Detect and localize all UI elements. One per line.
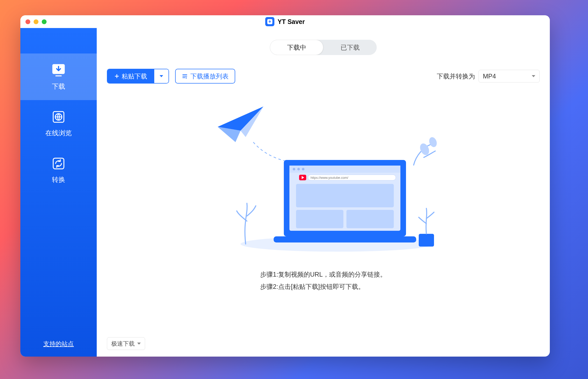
close-window-button[interactable] — [25, 19, 30, 24]
supported-sites-link[interactable]: 支持的站点 — [20, 340, 97, 348]
playlist-icon — [182, 73, 188, 79]
illustration-url: https://www.youtube.com/ — [311, 176, 348, 180]
step1-text: 步骤1:复制视频的URL，或音频的分享链接。 — [260, 268, 386, 281]
svg-point-18 — [302, 168, 304, 170]
speed-select[interactable]: 极速下载 — [107, 337, 145, 350]
convert-icon — [51, 156, 66, 171]
paste-download-button[interactable]: 粘贴下载 — [107, 69, 154, 83]
tab-segment: 下载中 已下载 — [270, 40, 377, 55]
paste-download-dropdown[interactable] — [154, 69, 169, 83]
svg-rect-25 — [274, 236, 416, 242]
plus-icon — [114, 73, 120, 79]
paste-download-label: 粘贴下载 — [122, 72, 147, 80]
sidebar: 下载 在线浏览 — [20, 28, 97, 357]
step2-text: 步骤2:点击[粘贴下载]按钮即可下载。 — [260, 281, 386, 293]
minimize-window-button[interactable] — [34, 19, 38, 24]
empty-state: https://www.youtube.com/ 步骤1:复制视频的URL，或音… — [97, 84, 550, 357]
app-window: YT Saver 下载 — [20, 15, 550, 357]
titlebar: YT Saver — [20, 15, 550, 28]
main-content: 下载中 已下载 粘贴下载 下载播放列表 — [97, 28, 550, 357]
sidebar-item-download[interactable]: 下载 — [20, 53, 97, 100]
tab-downloaded[interactable]: 已下载 — [323, 40, 377, 55]
chevron-down-icon — [532, 75, 535, 77]
maximize-window-button[interactable] — [42, 19, 47, 24]
svg-rect-15 — [289, 166, 400, 173]
toolbar: 粘贴下载 下载播放列表 下载并转换为 MP4 — [97, 58, 550, 84]
globe-icon — [51, 109, 66, 125]
svg-rect-2 — [55, 75, 62, 76]
sidebar-item-browse[interactable]: 在线浏览 — [20, 100, 97, 147]
app-title-text: YT Saver — [277, 18, 305, 25]
svg-rect-12 — [419, 234, 434, 247]
paste-download-group: 粘贴下载 — [107, 69, 169, 84]
format-selected-value: MP4 — [483, 73, 496, 80]
page-title: YT Saver — [265, 17, 305, 26]
sidebar-item-label: 转换 — [52, 175, 65, 184]
svg-rect-23 — [296, 210, 343, 228]
tab-downloading[interactable]: 下载中 — [270, 40, 323, 55]
svg-rect-22 — [296, 184, 394, 207]
svg-point-16 — [293, 168, 295, 170]
traffic-lights — [25, 19, 47, 24]
sidebar-item-convert[interactable]: 转换 — [20, 147, 97, 193]
sidebar-item-label: 下载 — [52, 82, 65, 91]
chevron-down-icon — [160, 75, 163, 77]
download-icon — [51, 63, 66, 78]
empty-state-illustration: https://www.youtube.com/ — [202, 101, 444, 254]
svg-point-17 — [297, 168, 300, 170]
svg-rect-5 — [53, 158, 64, 169]
sidebar-item-label: 在线浏览 — [45, 129, 72, 138]
convert-to-label: 下载并转换为 — [437, 72, 475, 80]
format-select[interactable]: MP4 — [479, 70, 540, 83]
chevron-down-icon — [137, 343, 141, 345]
download-playlist-label: 下载播放列表 — [190, 72, 229, 80]
app-logo-icon — [265, 17, 274, 26]
download-playlist-button[interactable]: 下载播放列表 — [175, 69, 235, 84]
svg-marker-6 — [218, 106, 263, 131]
svg-point-11 — [428, 136, 438, 148]
speed-select-label: 极速下载 — [111, 340, 135, 348]
svg-rect-24 — [346, 210, 394, 228]
